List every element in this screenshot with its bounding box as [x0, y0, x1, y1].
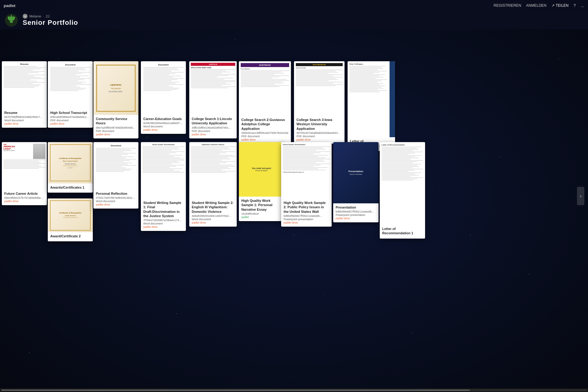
- card-student-writing-1[interactable]: Justice System: Discrimination Student W…: [141, 142, 186, 231]
- card-preview-resume: Resume: [2, 61, 47, 109]
- card-preview-letter-rec-2: Dear Colleague,: [348, 61, 395, 137]
- card-body-future-career: Future Career Article596c9f5b0157fc797a8…: [2, 190, 47, 205]
- page-header: M Melanie · 2J. Senior Portfolio: [0, 11, 588, 29]
- card-source-personal-reflection: padlet drive: [96, 203, 136, 206]
- separator: ·: [43, 14, 44, 18]
- card-college-search-1[interactable]: LINCOLN APPLICATION ADMIT FORM College S…: [189, 61, 237, 138]
- card-type-presentation: Powerpoint presentation: [336, 213, 376, 217]
- card-high-quality-2[interactable]: Justice System: Discrimination I will be…: [281, 142, 332, 227]
- card-source-presentation: padlet drive: [336, 217, 376, 220]
- share-icon: ↗: [552, 3, 555, 8]
- card-filename-personal-reflection: 3793174d37867ed843913b2c9...: [96, 196, 136, 199]
- card-career-education-goals[interactable]: Document Career-Education Goals8c8929816…: [141, 61, 186, 134]
- card-type-student-writing-1: Word document: [143, 222, 183, 225]
- card-preview-high-school-transcript: Document: [48, 61, 93, 109]
- card-title-career-education-goals: Career-Education Goals: [143, 117, 183, 121]
- card-source-career-education-goals: padlet drive: [143, 128, 183, 131]
- nav-right: REGISTRIEREN ANMELDEN ↗ TEILEN ? ...: [494, 3, 584, 8]
- card-body-community-service: Community Service Hoursd9e7a26ff6048748d…: [93, 115, 138, 138]
- card-student-writing-2[interactable]: Vigilantism: Domestic Violence Student W…: [189, 142, 237, 227]
- card-source-student-writing-2: padlet drive: [192, 221, 234, 224]
- card-body-high-school-transcript: High School Transcript93bca9d5988ac07ee9…: [48, 109, 93, 128]
- card-source-college-search-1: padlet drive: [192, 133, 234, 136]
- nav-left: padlet: [4, 3, 15, 8]
- card-title-resume: Resume: [4, 111, 44, 115]
- card-letter-rec-2[interactable]: Dear Colleague, Letter of Recommendation…: [348, 61, 395, 151]
- card-preview-high-quality-2: Justice System: Discrimination I will be…: [281, 142, 332, 199]
- card-preview-career-education-goals: Document: [141, 61, 186, 115]
- card-college-search-3[interactable]: Iowa WesleYan APPLICATION College Search…: [294, 61, 345, 144]
- card-filename-college-search-1: 3dfb159f64136a452d95d7461...: [192, 126, 234, 129]
- card-title-student-writing-2: Student Writing Sample 2: English III Vi…: [192, 201, 234, 214]
- login-link[interactable]: ANMELDEN: [526, 3, 547, 8]
- card-title-presentation: Presentation: [336, 205, 376, 209]
- card-title-future-career: Future Career Article: [4, 191, 44, 196]
- card-body-resume: Resume6670768df9d63c54862993c7...Word do…: [2, 109, 47, 128]
- more-icon[interactable]: ...: [581, 3, 584, 8]
- card-letter-rec-1[interactable]: Letter of Recommendation Letter of Recom…: [380, 142, 425, 239]
- card-body-college-search-2: College Search 2:Gustavus Adolphus Colle…: [239, 116, 291, 144]
- card-title-high-quality-1: High Quality Work Sample 1: Personal Nar…: [241, 198, 282, 212]
- card-title-college-search-1: College Search 1:Lincoln University Appl…: [192, 117, 234, 126]
- card-source-student-writing-1: padlet drive: [143, 225, 183, 228]
- card-title-high-school-transcript: High School Transcript: [50, 111, 90, 115]
- card-body-career-education-goals: Career-Education Goals8c892981655e096a1c…: [141, 115, 186, 134]
- card-filename-future-career: 596c9f5b0157fc797a89d4d6e...: [4, 196, 44, 199]
- card-college-search-2[interactable]: GUSTAVUS Dear Melanie, College Search 2:…: [239, 61, 291, 144]
- card-filename-student-writing-2: 4ebafc068291d49c1e8c976e2...: [192, 214, 234, 217]
- card-high-quality-1[interactable]: You shall not pass!Prose Analysis High Q…: [239, 142, 284, 221]
- card-body-high-quality-2: High Quality Work Sample 2: Public Polic…: [281, 199, 332, 227]
- svg-point-1: [11, 15, 12, 16]
- card-resume[interactable]: Resume Resume6670768df9d63c54862993c7...…: [2, 61, 47, 128]
- card-body-college-search-3: College Search 3:Iowa Wesleyn University…: [294, 116, 345, 144]
- card-source-college-search-3: padlet drive: [296, 138, 342, 141]
- scroll-thumb[interactable]: [1, 390, 470, 391]
- card-community-service[interactable]: CERTIFIC TA,LEAH,IO VOLUNTEER SERV... Co…: [93, 61, 138, 138]
- card-personal-reflection[interactable]: Document Personal Reflection3793174d3786…: [93, 142, 138, 209]
- horizontal-scrollbar[interactable]: [0, 388, 588, 392]
- card-title-student-writing-1: Student Writing Sample 1: Final Draft:Di…: [143, 201, 183, 218]
- header-title-area: M Melanie · 2J. Senior Portfolio: [23, 14, 78, 27]
- card-filename-college-search-3: 49755c927a5ad0ab0cb2dea4943...: [296, 131, 342, 134]
- card-type-personal-reflection: Word document: [96, 200, 136, 203]
- card-preview-personal-reflection: Document: [93, 142, 138, 190]
- card-filename-high-school-transcript: 93bca9d5988ac07ee9bebdc1...: [50, 115, 90, 119]
- top-navigation: padlet REGISTRIEREN ANMELDEN ↗ TEILEN ? …: [0, 0, 588, 11]
- card-type-resume: Word document: [4, 119, 44, 122]
- card-preview-college-search-1: LINCOLN APPLICATION ADMIT FORM: [189, 61, 237, 115]
- card-body-letter-rec-1: Letter of Recommendation 1: [380, 225, 425, 239]
- card-preview-high-quality-1: You shall not pass!Prose Analysis: [239, 142, 284, 197]
- card-source-community-service: padlet drive: [96, 133, 136, 136]
- card-title-high-quality-2: High Quality Work Sample 2: Public Polic…: [284, 201, 329, 214]
- card-preview-awards-1: Certificate of Recognition Miss Inspired…: [48, 142, 93, 183]
- card-filename-college-search-2: 356e941acc3df5f4ca0279357842e20e: [241, 131, 288, 134]
- padlet-logo[interactable]: padlet: [4, 3, 15, 8]
- card-source-college-search-2: padlet drive: [241, 138, 288, 141]
- nav-right-arrow[interactable]: ›: [577, 187, 584, 205]
- card-body-awards-1: Awards/Certificates 1: [48, 183, 93, 193]
- card-preview-student-writing-2: Vigilantism: Domestic Violence: [189, 142, 237, 199]
- card-future-career[interactable]: THE AMERICAN Lawyer Disruptive Innovatio…: [2, 142, 47, 205]
- card-type-high-school-transcript: PDF document: [50, 119, 90, 122]
- card-title-personal-reflection: Personal Reflection: [96, 191, 136, 196]
- card-awards-1[interactable]: Certificate of Recognition Miss Inspired…: [48, 142, 93, 193]
- card-source-high-quality-2: padlet drive: [284, 221, 329, 224]
- card-presentation[interactable]: PresentationSenior Portfolio Presentatio…: [333, 142, 379, 222]
- username: Melanie: [29, 14, 41, 18]
- card-filename-presentation: bd864f9e6827ff36211ea0a5b...: [336, 210, 376, 213]
- register-link[interactable]: REGISTRIEREN: [494, 3, 521, 8]
- card-preview-student-writing-1: Justice System: Discrimination: [141, 142, 186, 199]
- card-high-school-transcript[interactable]: Document High School Transcript93bca9d59…: [48, 61, 93, 128]
- card-filename-high-quality-1: 15183kfv46o4: [241, 212, 282, 215]
- card-source-resume: padlet drive: [4, 122, 44, 125]
- share-button[interactable]: ↗ TEILEN: [552, 3, 569, 8]
- card-filename-career-education-goals: 8c892981655e096a1cad6ed7b870...: [143, 122, 183, 125]
- card-title-awards-1: Awards/Certificates 1: [50, 185, 90, 190]
- apple-logo-icon: [5, 14, 18, 27]
- card-awards-2[interactable]: Certificate of Recognition Leteah Johnso…: [48, 198, 93, 241]
- page-title: Senior Portfolio: [23, 19, 78, 27]
- help-icon[interactable]: ?: [574, 3, 576, 8]
- card-title-college-search-3: College Search 3:Iowa Wesleyn University…: [296, 118, 342, 131]
- scroll-track: [1, 390, 587, 391]
- card-preview-future-career: THE AMERICAN Lawyer Disruptive Innovatio…: [2, 142, 47, 190]
